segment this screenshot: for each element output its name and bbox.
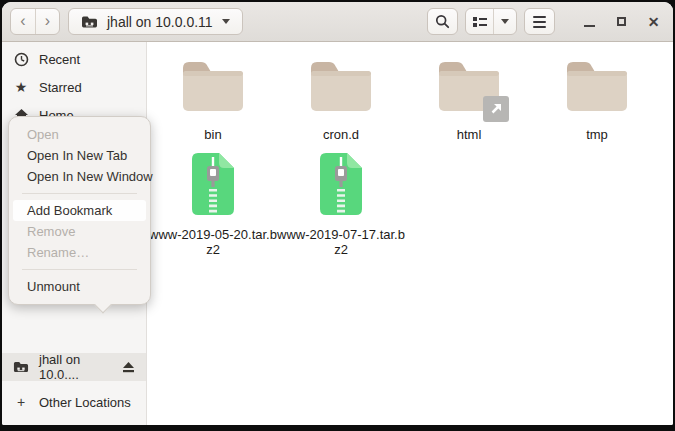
file-item[interactable]: bin bbox=[148, 60, 278, 142]
folder-icon bbox=[181, 60, 245, 116]
close-button[interactable]: ✕ bbox=[642, 10, 665, 33]
file-name: www-2019-05-20.tar.bz2 bbox=[148, 227, 278, 257]
remote-folder-icon bbox=[13, 360, 29, 374]
menu-item-add-bookmark[interactable]: Add Bookmark bbox=[13, 200, 146, 221]
sidebar-item-label: Starred bbox=[39, 80, 82, 95]
maximize-button[interactable] bbox=[610, 10, 633, 33]
view-options-button[interactable] bbox=[493, 9, 516, 34]
file-name: www-2019-07-17.tar.bz2 bbox=[276, 227, 406, 257]
titlebar: ‹ › jhall on 10.0.0.11 bbox=[2, 2, 673, 42]
menu-item-open-new-tab[interactable]: Open In New Tab bbox=[13, 145, 146, 166]
symlink-emblem-icon bbox=[483, 96, 509, 122]
minimize-button[interactable] bbox=[578, 10, 601, 33]
menu-item-remove: Remove bbox=[13, 221, 146, 242]
hamburger-icon bbox=[533, 16, 546, 28]
eject-button[interactable] bbox=[122, 361, 135, 373]
clock-icon bbox=[13, 52, 29, 67]
close-icon: ✕ bbox=[648, 15, 660, 29]
view-list-icon bbox=[473, 16, 487, 28]
maximize-icon bbox=[617, 17, 626, 26]
file-name: bin bbox=[204, 127, 221, 142]
file-name: html bbox=[457, 127, 482, 142]
file-name: cron.d bbox=[323, 127, 359, 142]
file-item[interactable]: www-2019-05-20.tar.bz2 bbox=[148, 152, 278, 257]
chevron-down-icon bbox=[501, 19, 509, 24]
menu-item-unmount[interactable]: Unmount bbox=[13, 276, 146, 297]
context-menu: Open Open In New Tab Open In New Window … bbox=[8, 116, 151, 305]
sidebar-item-recent[interactable]: Recent bbox=[2, 45, 146, 73]
menu-item-open: Open bbox=[13, 124, 146, 145]
search-icon bbox=[435, 14, 450, 29]
location-path-label: jhall on 10.0.0.11 bbox=[107, 14, 213, 30]
window-controls: ✕ bbox=[578, 10, 665, 33]
archive-icon bbox=[315, 152, 367, 220]
plus-icon: + bbox=[13, 394, 29, 410]
view-toggle-group bbox=[465, 8, 517, 35]
menu-button[interactable] bbox=[524, 8, 555, 35]
file-name: tmp bbox=[586, 127, 608, 142]
folder-icon bbox=[437, 60, 501, 116]
archive-icon bbox=[187, 152, 239, 220]
sidebar-item-label: Other Locations bbox=[39, 395, 131, 410]
minimize-icon bbox=[584, 25, 595, 27]
file-item[interactable]: tmp bbox=[532, 60, 662, 142]
file-item[interactable]: www-2019-07-17.tar.bz2 bbox=[276, 152, 406, 257]
sidebar-item-label: jhall on 10.0.... bbox=[39, 352, 112, 382]
chevron-down-icon bbox=[222, 19, 230, 24]
view-list-button[interactable] bbox=[466, 9, 493, 34]
sidebar-item-other-locations[interactable]: + Other Locations bbox=[2, 388, 146, 416]
location-path-button[interactable]: jhall on 10.0.0.11 bbox=[68, 8, 243, 35]
menu-separator bbox=[22, 193, 137, 194]
file-grid: bin cron.d bbox=[147, 42, 673, 425]
back-button[interactable]: ‹ bbox=[11, 9, 35, 34]
eject-icon bbox=[122, 361, 135, 373]
menu-separator bbox=[22, 269, 137, 270]
remote-folder-icon bbox=[81, 15, 98, 29]
screen: ‹ › jhall on 10.0.0.11 bbox=[0, 0, 675, 431]
search-button[interactable] bbox=[427, 8, 458, 35]
sidebar-item-label: Recent bbox=[39, 52, 80, 67]
chevron-left-icon: ‹ bbox=[20, 13, 25, 31]
sidebar-item-mount[interactable]: jhall on 10.0.... bbox=[2, 353, 146, 381]
forward-button[interactable]: › bbox=[35, 9, 59, 34]
chevron-right-icon: › bbox=[45, 13, 50, 31]
file-manager-window: ‹ › jhall on 10.0.0.11 bbox=[2, 2, 673, 425]
menu-item-rename: Rename… bbox=[13, 242, 146, 263]
nav-button-group: ‹ › bbox=[10, 8, 60, 35]
sidebar-item-starred[interactable]: ★ Starred bbox=[2, 73, 146, 101]
folder-icon bbox=[309, 60, 373, 116]
file-item[interactable]: html bbox=[404, 60, 534, 142]
star-icon: ★ bbox=[13, 79, 29, 95]
file-item[interactable]: cron.d bbox=[276, 60, 406, 142]
menu-item-open-new-window[interactable]: Open In New Window bbox=[13, 166, 146, 187]
folder-icon bbox=[565, 60, 629, 116]
